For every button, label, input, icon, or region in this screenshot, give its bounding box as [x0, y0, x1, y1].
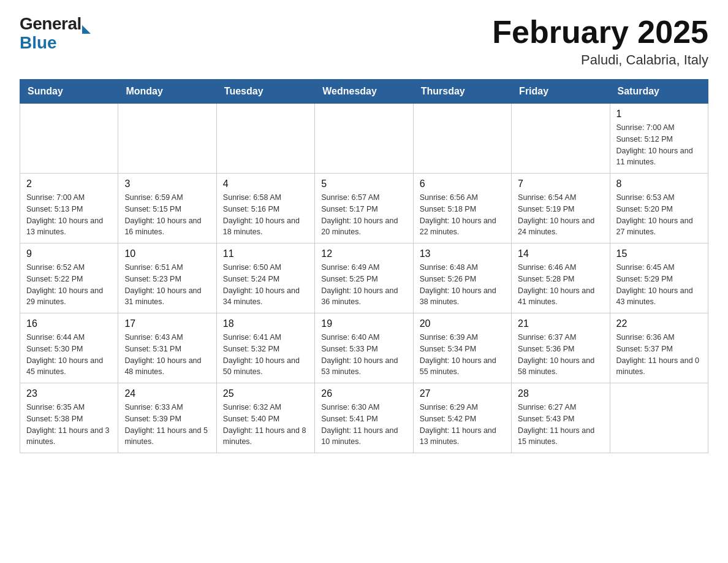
day-number: 19: [321, 318, 406, 329]
calendar-cell: 27Sunrise: 6:29 AM Sunset: 5:42 PM Dayli…: [413, 383, 511, 453]
day-number: 2: [26, 178, 112, 190]
day-info: Sunrise: 6:44 AM Sunset: 5:30 PM Dayligh…: [26, 332, 112, 378]
day-number: 14: [518, 248, 603, 259]
calendar-cell: 8Sunrise: 6:53 AM Sunset: 5:20 PM Daylig…: [610, 174, 708, 243]
day-number: 23: [26, 388, 112, 399]
weekday-header-tuesday: Tuesday: [216, 80, 314, 104]
day-info: Sunrise: 6:56 AM Sunset: 5:18 PM Dayligh…: [420, 192, 505, 238]
calendar-cell: 25Sunrise: 6:32 AM Sunset: 5:40 PM Dayli…: [216, 383, 314, 453]
day-number: 20: [420, 318, 505, 329]
day-info: Sunrise: 6:41 AM Sunset: 5:32 PM Dayligh…: [223, 332, 308, 378]
day-number: 28: [518, 388, 603, 399]
calendar-cell: [216, 104, 314, 174]
day-number: 5: [321, 178, 406, 190]
day-number: 27: [420, 388, 505, 399]
day-info: Sunrise: 6:32 AM Sunset: 5:40 PM Dayligh…: [223, 402, 308, 448]
logo-arrow-icon: [82, 25, 91, 34]
calendar-week-3: 9Sunrise: 6:52 AM Sunset: 5:22 PM Daylig…: [20, 243, 708, 313]
weekday-header-sunday: Sunday: [20, 80, 118, 104]
calendar-cell: 23Sunrise: 6:35 AM Sunset: 5:38 PM Dayli…: [20, 383, 118, 453]
day-info: Sunrise: 6:45 AM Sunset: 5:29 PM Dayligh…: [616, 262, 702, 308]
day-number: 3: [124, 178, 210, 190]
day-number: 1: [616, 109, 702, 120]
day-number: 24: [124, 388, 210, 399]
calendar-week-4: 16Sunrise: 6:44 AM Sunset: 5:30 PM Dayli…: [20, 313, 708, 383]
calendar-cell: 18Sunrise: 6:41 AM Sunset: 5:32 PM Dayli…: [216, 313, 314, 383]
day-info: Sunrise: 6:54 AM Sunset: 5:19 PM Dayligh…: [518, 192, 603, 238]
day-info: Sunrise: 6:50 AM Sunset: 5:24 PM Dayligh…: [223, 262, 308, 308]
calendar-cell: 10Sunrise: 6:51 AM Sunset: 5:23 PM Dayli…: [118, 243, 216, 313]
calendar-cell: 2Sunrise: 7:00 AM Sunset: 5:13 PM Daylig…: [20, 174, 118, 243]
day-info: Sunrise: 6:53 AM Sunset: 5:20 PM Dayligh…: [616, 192, 702, 238]
day-info: Sunrise: 7:00 AM Sunset: 5:13 PM Dayligh…: [26, 192, 112, 238]
calendar-cell: 3Sunrise: 6:59 AM Sunset: 5:15 PM Daylig…: [118, 174, 216, 243]
calendar-cell: 16Sunrise: 6:44 AM Sunset: 5:30 PM Dayli…: [20, 313, 118, 383]
day-info: Sunrise: 6:35 AM Sunset: 5:38 PM Dayligh…: [26, 402, 112, 448]
month-title: February 2025: [492, 15, 708, 50]
day-info: Sunrise: 6:39 AM Sunset: 5:34 PM Dayligh…: [420, 332, 505, 378]
weekday-header-wednesday: Wednesday: [315, 80, 413, 104]
calendar-cell: 11Sunrise: 6:50 AM Sunset: 5:24 PM Dayli…: [216, 243, 314, 313]
day-number: 18: [223, 318, 308, 329]
day-info: Sunrise: 6:49 AM Sunset: 5:25 PM Dayligh…: [321, 262, 406, 308]
day-info: Sunrise: 6:30 AM Sunset: 5:41 PM Dayligh…: [321, 402, 406, 448]
day-number: 9: [26, 248, 112, 259]
calendar-cell: 6Sunrise: 6:56 AM Sunset: 5:18 PM Daylig…: [413, 174, 511, 243]
calendar-cell: 15Sunrise: 6:45 AM Sunset: 5:29 PM Dayli…: [610, 243, 708, 313]
day-info: Sunrise: 6:29 AM Sunset: 5:42 PM Dayligh…: [420, 402, 505, 448]
day-number: 26: [321, 388, 406, 399]
day-info: Sunrise: 6:51 AM Sunset: 5:23 PM Dayligh…: [124, 262, 210, 308]
day-number: 10: [124, 248, 210, 259]
calendar-cell: [315, 104, 413, 174]
calendar-cell: 4Sunrise: 6:58 AM Sunset: 5:16 PM Daylig…: [216, 174, 314, 243]
weekday-header-monday: Monday: [118, 80, 216, 104]
day-info: Sunrise: 7:00 AM Sunset: 5:12 PM Dayligh…: [616, 122, 702, 168]
calendar-week-5: 23Sunrise: 6:35 AM Sunset: 5:38 PM Dayli…: [20, 383, 708, 453]
day-info: Sunrise: 6:59 AM Sunset: 5:15 PM Dayligh…: [124, 192, 210, 238]
calendar-cell: [413, 104, 511, 174]
calendar-cell: [20, 104, 118, 174]
weekday-header-friday: Friday: [512, 80, 610, 104]
calendar-cell: 19Sunrise: 6:40 AM Sunset: 5:33 PM Dayli…: [315, 313, 413, 383]
calendar-cell: [610, 383, 708, 453]
calendar-week-1: 1Sunrise: 7:00 AM Sunset: 5:12 PM Daylig…: [20, 104, 708, 174]
day-number: 8: [616, 178, 702, 190]
calendar-cell: [118, 104, 216, 174]
calendar-cell: 7Sunrise: 6:54 AM Sunset: 5:19 PM Daylig…: [512, 174, 610, 243]
calendar-cell: 22Sunrise: 6:36 AM Sunset: 5:37 PM Dayli…: [610, 313, 708, 383]
calendar-table: SundayMondayTuesdayWednesdayThursdayFrid…: [20, 79, 708, 453]
day-info: Sunrise: 6:33 AM Sunset: 5:39 PM Dayligh…: [124, 402, 210, 448]
day-number: 7: [518, 178, 603, 190]
day-info: Sunrise: 6:57 AM Sunset: 5:17 PM Dayligh…: [321, 192, 406, 238]
day-info: Sunrise: 6:46 AM Sunset: 5:28 PM Dayligh…: [518, 262, 603, 308]
day-number: 4: [223, 178, 308, 190]
calendar-cell: 1Sunrise: 7:00 AM Sunset: 5:12 PM Daylig…: [610, 104, 708, 174]
day-number: 12: [321, 248, 406, 259]
calendar-cell: 21Sunrise: 6:37 AM Sunset: 5:36 PM Dayli…: [512, 313, 610, 383]
weekday-header-row: SundayMondayTuesdayWednesdayThursdayFrid…: [20, 80, 708, 104]
calendar-cell: 26Sunrise: 6:30 AM Sunset: 5:41 PM Dayli…: [315, 383, 413, 453]
location-title: Paludi, Calabria, Italy: [492, 52, 708, 68]
calendar-cell: 17Sunrise: 6:43 AM Sunset: 5:31 PM Dayli…: [118, 313, 216, 383]
calendar-cell: 13Sunrise: 6:48 AM Sunset: 5:26 PM Dayli…: [413, 243, 511, 313]
calendar-cell: 5Sunrise: 6:57 AM Sunset: 5:17 PM Daylig…: [315, 174, 413, 243]
day-info: Sunrise: 6:40 AM Sunset: 5:33 PM Dayligh…: [321, 332, 406, 378]
calendar-cell: 14Sunrise: 6:46 AM Sunset: 5:28 PM Dayli…: [512, 243, 610, 313]
day-info: Sunrise: 6:43 AM Sunset: 5:31 PM Dayligh…: [124, 332, 210, 378]
logo: General Blue: [20, 15, 91, 53]
day-number: 16: [26, 318, 112, 329]
calendar-cell: 12Sunrise: 6:49 AM Sunset: 5:25 PM Dayli…: [315, 243, 413, 313]
calendar-cell: 28Sunrise: 6:27 AM Sunset: 5:43 PM Dayli…: [512, 383, 610, 453]
weekday-header-saturday: Saturday: [610, 80, 708, 104]
day-number: 15: [616, 248, 702, 259]
page-header: General Blue February 2025 Paludi, Calab…: [20, 15, 708, 68]
logo-general-text: General: [20, 15, 82, 34]
day-info: Sunrise: 6:58 AM Sunset: 5:16 PM Dayligh…: [223, 192, 308, 238]
weekday-header-thursday: Thursday: [413, 80, 511, 104]
calendar-week-2: 2Sunrise: 7:00 AM Sunset: 5:13 PM Daylig…: [20, 174, 708, 243]
day-info: Sunrise: 6:37 AM Sunset: 5:36 PM Dayligh…: [518, 332, 603, 378]
calendar-cell: 20Sunrise: 6:39 AM Sunset: 5:34 PM Dayli…: [413, 313, 511, 383]
day-info: Sunrise: 6:48 AM Sunset: 5:26 PM Dayligh…: [420, 262, 505, 308]
day-number: 6: [420, 178, 505, 190]
day-number: 25: [223, 388, 308, 399]
